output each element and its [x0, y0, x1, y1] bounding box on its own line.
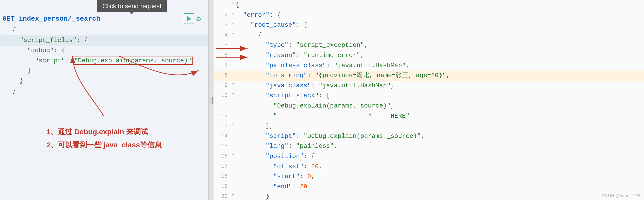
- right-line-5: 5 "type": "script_exception",: [214, 40, 644, 50]
- annotation-line2: 2、可以看到一些 java_class等信息: [46, 138, 162, 152]
- code-line-3: "debug": {: [0, 46, 208, 56]
- right-line-10: 10 ▾ "script_stack": [: [214, 91, 644, 101]
- right-line-4: 4 ▾ {: [214, 30, 644, 40]
- right-line-14: 14 "script": "Debug.explain(params._sour…: [214, 131, 644, 142]
- code-line-5: }: [0, 66, 208, 76]
- right-panel: 1 ▾ { 2 ▾ "error": { 3 ▾ "root_cause": […: [214, 0, 644, 200]
- right-line-7: 7 "painless_class": "java.util.HashMap",: [214, 61, 644, 71]
- right-line-8: 8 "to_string": "{province=湖北, name=张三, a…: [214, 71, 644, 81]
- right-line-18: 18 "start": 0,: [214, 172, 644, 182]
- code-line-1: {: [0, 26, 208, 36]
- code-line-2: "script_fields": {: [0, 36, 208, 46]
- right-line-1: 1 ▾ {: [214, 0, 644, 10]
- right-line-2: 2 ▾ "error": {: [214, 10, 644, 20]
- right-line-12: 12 " ^---- HERE": [214, 111, 644, 121]
- right-line-19: 19 "end": 29: [214, 182, 644, 192]
- right-line-13: 13 ▾ ],: [214, 121, 644, 131]
- right-line-6: 6 "reason": "runtime error",: [214, 50, 644, 61]
- right-line-3: 3 ▾ "root_cause": [: [214, 20, 644, 30]
- annotation-block: 1、通过 Debug.explain 来调试 2、可以看到一些 java_cla…: [46, 125, 162, 152]
- code-line-4: "script": "Debug.explain(params._source)…: [0, 56, 208, 66]
- send-request-tooltip: Click to send request: [97, 0, 167, 12]
- right-line-17: 17 "offset": 20,: [214, 162, 644, 172]
- right-code-block: 1 ▾ { 2 ▾ "error": { 3 ▾ "root_cause": […: [214, 0, 644, 200]
- annotation-line1: 1、通过 Debug.explain 来调试: [46, 125, 162, 138]
- watermark: CSDN @huan_1999: [602, 194, 642, 198]
- code-line-6: }: [0, 76, 208, 86]
- right-line-20: 20 ▾ }: [214, 192, 644, 200]
- request-line-text: GET index_person/_search: [2, 15, 100, 22]
- request-line: GET index_person/_search: [0, 12, 208, 26]
- right-line-11: 11 "Debug.explain(params._source)",: [214, 101, 644, 111]
- left-code-block: GET index_person/_search { "script_field…: [0, 12, 208, 96]
- right-line-16: 16 ▾ "position": {: [214, 152, 644, 162]
- tooltip-text: Click to send request: [102, 2, 161, 10]
- code-line-7: }: [0, 86, 208, 96]
- right-line-9: 9 ▾ "java_class": "java.util.HashMap",: [214, 81, 644, 91]
- separator: ‖: [209, 0, 214, 200]
- left-panel: Click to send request ⚙ GET index_person…: [0, 0, 209, 200]
- right-line-15: 15 "lang": "painless",: [214, 141, 644, 152]
